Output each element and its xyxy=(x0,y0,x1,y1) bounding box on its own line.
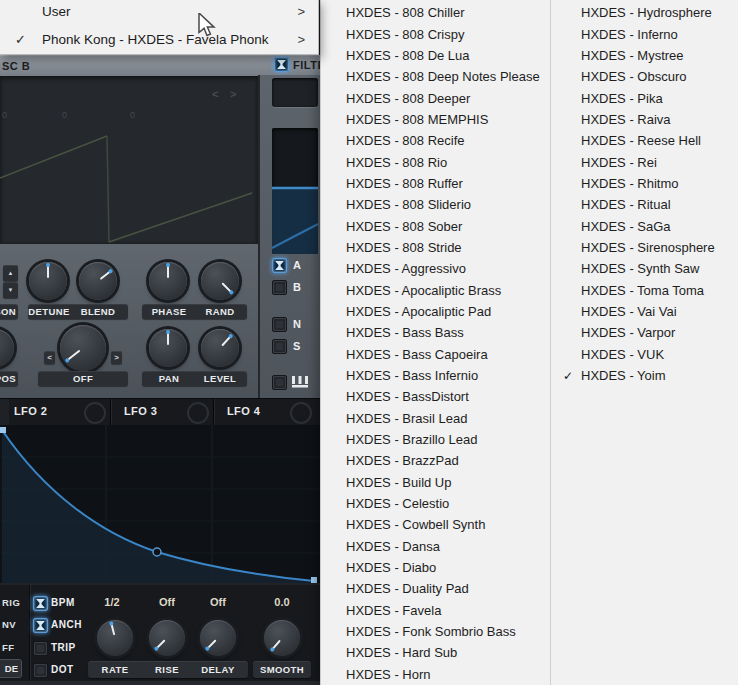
blend-knob[interactable] xyxy=(79,262,117,300)
preset-item[interactable]: ✓ HXDES - Sirenosphere xyxy=(551,237,738,258)
sync-toggle[interactable]: ANCH xyxy=(0,618,62,634)
preset-item[interactable]: ✓ HXDES - 808 MEMPHIS xyxy=(321,109,550,130)
osc-waveform-display[interactable]: 0 0 0 < > xyxy=(0,76,258,243)
preset-item[interactable]: ✓ HXDES - Ritual xyxy=(551,194,738,215)
preset-item[interactable]: ✓ HXDES - Dansa xyxy=(321,536,550,557)
preset-item[interactable]: ✓ HXDES - Brazillo Lead xyxy=(321,429,550,450)
sync-checkbox[interactable] xyxy=(33,596,48,611)
preset-item[interactable]: ✓ HXDES - SaGa xyxy=(551,215,738,236)
preset-item[interactable]: ✓ HXDES - Vai Vai xyxy=(551,301,738,322)
preset-item[interactable]: ✓ HXDES - Diabo xyxy=(321,557,550,578)
keyboard-toggle[interactable] xyxy=(0,375,62,391)
routing-checkbox[interactable] xyxy=(272,339,287,354)
rand-knob[interactable] xyxy=(201,262,239,300)
rise-knob[interactable] xyxy=(149,620,185,656)
preset-item[interactable]: ✓ HXDES - Favela xyxy=(321,600,550,621)
preset-item[interactable]: ✓ HXDES - Rhitmo xyxy=(551,173,738,194)
preset-item[interactable]: ✓ HXDES - 808 Recife xyxy=(321,130,550,151)
preset-item[interactable]: ✓ HXDES - Bass Infernio xyxy=(321,365,550,386)
phase-knob[interactable] xyxy=(149,262,187,300)
preset-item[interactable]: ✓ HXDES - Aggressivo xyxy=(321,258,550,279)
sync-toggle[interactable]: DOT xyxy=(0,663,62,679)
filter-response-display[interactable] xyxy=(272,128,318,254)
sync-toggle[interactable]: BPM xyxy=(0,596,62,612)
filter-enable-checkbox[interactable] xyxy=(274,57,289,72)
preset-label: HXDES - 808 Recife xyxy=(346,133,465,148)
tab-lfo4[interactable]: LFO 4 xyxy=(227,405,260,417)
preset-item[interactable]: ✓ HXDES - Rei xyxy=(551,151,738,172)
preset-item[interactable]: ✓ HXDES - BrazzPad xyxy=(321,450,550,471)
lfo-tab-edge xyxy=(0,399,9,425)
tab-lfo2[interactable]: LFO 2 xyxy=(14,405,47,417)
preset-item[interactable]: ✓ HXDES - Yoim xyxy=(551,365,738,386)
routing-checkbox[interactable] xyxy=(272,258,287,273)
sync-toggle[interactable]: TRIP xyxy=(0,641,62,657)
routing-toggle[interactable]: B xyxy=(0,280,62,296)
routing-toggle[interactable]: N xyxy=(0,317,62,333)
menu-item[interactable]: ✓ Phonk Kong - HXDES - Favela Phonk > xyxy=(2,28,315,52)
preset-item[interactable]: ✓ HXDES - Hydrosphere xyxy=(551,2,738,23)
lfo2-mini-knob[interactable] xyxy=(84,402,106,424)
preset-item[interactable]: ✓ HXDES - Inferno xyxy=(551,23,738,44)
preset-item[interactable]: ✓ HXDES - 808 Deep Notes Please xyxy=(321,66,550,87)
preset-item[interactable]: ✓ HXDES - Hard Sub xyxy=(321,642,550,663)
preset-item[interactable]: ✓ HXDES - Bass Capoeira xyxy=(321,344,550,365)
keyboard-checkbox[interactable] xyxy=(272,375,287,390)
routing-checkbox[interactable] xyxy=(272,317,287,332)
preset-item[interactable]: ✓ HXDES - 808 Stride xyxy=(321,237,550,258)
routing-toggle[interactable]: A xyxy=(0,258,62,274)
sync-checkbox[interactable] xyxy=(33,618,48,633)
preset-item[interactable]: ✓ HXDES - Duality Pad xyxy=(321,578,550,599)
preset-item[interactable]: ✓ HXDES - Cowbell Synth xyxy=(321,514,550,535)
preset-label: HXDES - Inferno xyxy=(581,27,678,42)
preset-item[interactable]: ✓ HXDES - 808 Crispy xyxy=(321,23,550,44)
preset-item[interactable]: ✓ HXDES - 808 Sliderio xyxy=(321,194,550,215)
wave-next-icon[interactable]: > xyxy=(230,88,236,100)
pan-knob[interactable] xyxy=(149,329,187,367)
preset-item[interactable]: ✓ HXDES - Synth Saw xyxy=(551,258,738,279)
lfo3-mini-knob[interactable] xyxy=(187,402,209,424)
preset-item[interactable]: ✓ HXDES - VUK xyxy=(551,344,738,365)
pan-label: PAN xyxy=(159,373,180,384)
preset-item[interactable]: ✓ HXDES - Build Up xyxy=(321,472,550,493)
wave-prev-icon[interactable]: < xyxy=(212,88,218,100)
sawtooth-wave xyxy=(0,76,258,243)
preset-item[interactable]: ✓ HXDES - BassDistort xyxy=(321,386,550,407)
lfo4-mini-knob[interactable] xyxy=(290,402,312,424)
preset-item[interactable]: ✓ HXDES - Raiva xyxy=(551,109,738,130)
preset-item[interactable]: ✓ HXDES - Horn xyxy=(321,664,550,685)
smooth-knob[interactable] xyxy=(264,620,300,656)
preset-item[interactable]: ✓ HXDES - 808 Ruffer xyxy=(321,173,550,194)
preset-item[interactable]: ✓ HXDES - Apocaliptic Pad xyxy=(321,301,550,322)
preset-item[interactable]: ✓ HXDES - Varpor xyxy=(551,322,738,343)
delay-knob[interactable] xyxy=(200,620,236,656)
preset-item[interactable]: ✓ HXDES - Brasil Lead xyxy=(321,408,550,429)
preset-item[interactable]: ✓ HXDES - 808 Deeper xyxy=(321,87,550,108)
routing-checkbox[interactable] xyxy=(272,280,287,295)
level-knob[interactable] xyxy=(201,329,239,367)
preset-item[interactable]: ✓ HXDES - 808 Sober xyxy=(321,215,550,236)
tab-lfo3[interactable]: LFO 3 xyxy=(124,405,157,417)
lfo-curve-display[interactable] xyxy=(0,425,320,583)
preset-item[interactable]: ✓ HXDES - Celestio xyxy=(321,493,550,514)
routing-toggle[interactable]: S xyxy=(0,339,62,355)
menu-item[interactable]: ✓ User > xyxy=(2,0,315,24)
preset-item[interactable]: ✓ HXDES - Mystree xyxy=(551,45,738,66)
tab-divider xyxy=(110,399,111,425)
rate-knob[interactable] xyxy=(97,620,133,656)
preset-item[interactable]: ✓ HXDES - 808 De Lua xyxy=(321,45,550,66)
off-next-icon[interactable]: > xyxy=(111,351,122,364)
preset-item[interactable]: ✓ HXDES - Obscuro xyxy=(551,66,738,87)
sync-checkbox[interactable] xyxy=(33,663,48,678)
preset-item[interactable]: ✓ HXDES - Pika xyxy=(551,87,738,108)
preset-item[interactable]: ✓ HXDES - Toma Toma xyxy=(551,279,738,300)
preset-item[interactable]: ✓ HXDES - Fonk Sombrio Bass xyxy=(321,621,550,642)
sync-checkbox[interactable] xyxy=(33,641,48,656)
preset-item[interactable]: ✓ HXDES - Bass Bass xyxy=(321,322,550,343)
preset-item[interactable]: ✓ HXDES - 808 Rio xyxy=(321,151,550,172)
preset-item[interactable]: ✓ HXDES - 808 Chiller xyxy=(321,2,550,23)
preset-item[interactable]: ✓ HXDES - Apocaliptic Brass xyxy=(321,279,550,300)
off-knob[interactable] xyxy=(60,325,106,371)
preset-item[interactable]: ✓ HXDES - Reese Hell xyxy=(551,130,738,151)
filter-type-dropdown[interactable] xyxy=(272,78,318,107)
